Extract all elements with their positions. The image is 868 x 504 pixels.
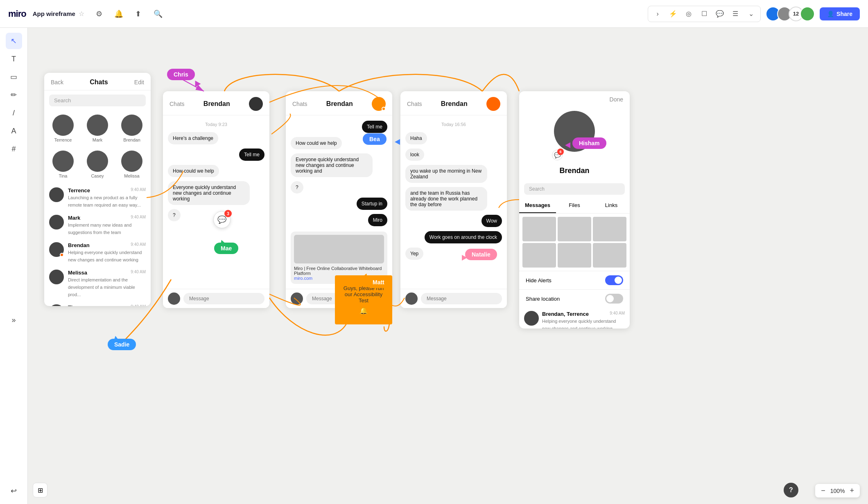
tab-files[interactable]: Files — [556, 198, 593, 213]
chat-item-mark[interactable]: Mark 9:40 AM Implement many new ideas an… — [44, 212, 151, 239]
back-btn[interactable]: Chats — [292, 101, 307, 107]
chat-title: Brendan — [326, 100, 353, 108]
settings-icon[interactable]: ⚙ — [93, 7, 106, 20]
message-bubble: and the team in Russia has already done … — [405, 187, 487, 211]
chat-item-brendan[interactable]: Brendan 9:40 AM Helping everyone quickly… — [44, 239, 151, 266]
share-icon[interactable]: ⬆ — [132, 7, 145, 20]
chat-time: 9:40 AM — [131, 215, 146, 221]
contact-melissa[interactable]: Melissa — [121, 151, 142, 178]
profile-tabs: Messages Files Links — [519, 198, 630, 214]
message-bubble: Work goes on around the clock — [425, 231, 502, 243]
media-thumb — [593, 217, 626, 241]
star-icon[interactable]: ☆ — [79, 10, 84, 18]
collaborator-avatars: 12 — [766, 7, 815, 21]
message-bubble: How could we help — [168, 165, 219, 177]
lightning-icon[interactable]: ⚡ — [667, 8, 679, 20]
help-button[interactable]: ? — [784, 483, 798, 497]
contact-name: Tina — [59, 173, 68, 178]
message-input-row — [163, 289, 269, 308]
share-button[interactable]: 👤 Share — [820, 7, 860, 20]
contact-mark[interactable]: Mark — [87, 115, 108, 142]
message-input[interactable] — [183, 293, 264, 304]
chat-avatar — [524, 311, 539, 326]
screen-icon[interactable]: ☐ — [698, 8, 710, 20]
expand-tool[interactable]: » — [6, 312, 22, 328]
message-input[interactable] — [421, 293, 502, 304]
contact-terrence[interactable]: Terrence — [52, 115, 74, 142]
chat-date: Today 16:56 — [405, 122, 502, 127]
chat-name: Terrence — [68, 187, 90, 194]
message-bubble: Wow — [481, 215, 502, 227]
message-bubble: How could we help — [291, 137, 342, 149]
hide-alerts-option: Hide Alerts — [519, 271, 630, 289]
forward-icon[interactable]: › — [651, 8, 664, 20]
contact-brendan[interactable]: Brendan — [121, 115, 142, 142]
sender-avatar — [291, 292, 303, 305]
chats-search[interactable]: Search — [49, 94, 146, 106]
navbar-tools: ⚙ 🔔 ⬆ 🔍 — [93, 7, 165, 20]
sender-avatar — [168, 292, 180, 305]
tab-messages[interactable]: Messages — [519, 198, 556, 213]
contact-tina[interactable]: Tina — [52, 151, 74, 178]
message-bubble: Miro — [368, 214, 387, 226]
search-icon[interactable]: 🔍 — [151, 7, 165, 20]
screen3-header: Chats Brendan — [286, 91, 392, 115]
share-location-label: Share location — [526, 296, 560, 302]
chat-time: 9:40 AM — [131, 270, 146, 276]
back-btn[interactable]: Chats — [407, 101, 422, 107]
chat-name: Brendan, Terrence — [542, 311, 589, 317]
text-tool[interactable]: T — [6, 51, 22, 67]
frame-tool[interactable]: # — [6, 141, 22, 157]
chat-info: Brendan 9:40 AM Helping everyone quickly… — [68, 242, 146, 263]
media-thumb — [558, 217, 591, 241]
contact-casey[interactable]: Casey — [87, 151, 108, 178]
screen-profile: Done 💬 6 Brendan Search Messages Files L… — [519, 91, 630, 328]
sticky-tool[interactable]: ▭ — [6, 69, 22, 85]
sidebar-toggle[interactable]: ⊞ — [33, 483, 47, 497]
font-tool[interactable]: A — [6, 123, 22, 139]
line-tool[interactable]: / — [6, 105, 22, 121]
back-button[interactable]: Back — [51, 79, 63, 86]
back-btn[interactable]: Chats — [170, 101, 185, 107]
chevron-icon[interactable]: ⌄ — [745, 8, 757, 20]
undo-tool[interactable]: ↩ — [6, 483, 22, 499]
chat-messages-4: Today 16:56 Haha look you wake up the mo… — [400, 115, 507, 287]
chat-item-tina[interactable]: Tina 9:40 AM — [44, 301, 151, 306]
sadie-arrow — [113, 335, 119, 342]
hide-alerts-toggle[interactable] — [605, 275, 623, 285]
chat-avatar — [49, 242, 64, 257]
zoom-out-button[interactable]: − — [821, 486, 825, 495]
media-thumb — [593, 243, 626, 268]
contacts-row-2: Tina Casey Melissa — [44, 146, 151, 182]
share-location-toggle[interactable] — [605, 294, 623, 304]
chat-badge: 💬 6 — [552, 150, 563, 160]
chat-name: Mark — [68, 215, 80, 221]
chat-item-terrence[interactable]: Terrence 9:40 AM Launching a new product… — [44, 184, 151, 212]
cursor-sadie: Sadie — [108, 339, 136, 350]
tab-links[interactable]: Links — [593, 198, 630, 213]
timer-icon[interactable]: ◎ — [683, 8, 695, 20]
chat-item-melissa[interactable]: Melissa 9:40 AM Direct implementation an… — [44, 266, 151, 301]
pen-tool[interactable]: ✏ — [6, 87, 22, 103]
screen5-top: Done — [519, 91, 630, 103]
hide-alerts-label: Hide Alerts — [526, 277, 552, 284]
contact-name: Mark — [93, 137, 102, 142]
cursor-tool[interactable]: ↖ — [6, 33, 22, 49]
chat-time: 9:40 AM — [131, 187, 146, 194]
app-logo: miro — [8, 9, 26, 19]
message-bubble: Tell me — [362, 121, 387, 133]
doc-icon[interactable]: ☰ — [729, 8, 741, 20]
edit-button[interactable]: Edit — [134, 79, 144, 86]
zoom-in-button[interactable]: + — [850, 486, 854, 495]
zoom-bar: − 100% + — [815, 484, 860, 497]
cursor-mae: Mae — [214, 243, 238, 254]
chat-avatar — [49, 215, 64, 230]
bell-icon[interactable]: 🔔 — [112, 7, 125, 20]
profile-search[interactable]: Search — [524, 183, 625, 195]
chris-arrow — [192, 81, 201, 89]
message-input-row — [400, 289, 507, 308]
contact-avatar — [87, 115, 108, 136]
done-button[interactable]: Done — [610, 96, 623, 103]
chat-icon[interactable]: 💬 — [714, 8, 726, 20]
chat-avatar-header — [486, 97, 500, 111]
